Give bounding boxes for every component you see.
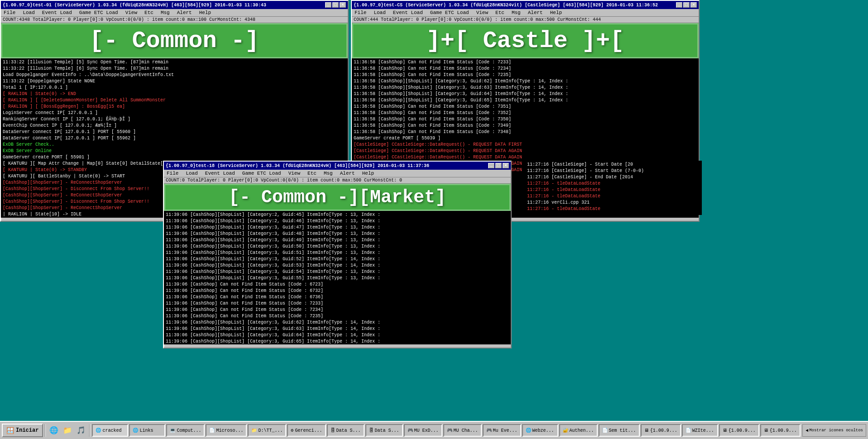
taskbar-btn-dtt[interactable]: 📁 D:\TT_... bbox=[248, 424, 286, 437]
close-btn-castle[interactable]: × bbox=[691, 2, 697, 8]
menu-item-help[interactable]: Help bbox=[360, 170, 376, 177]
taskbar-btn-datas1[interactable]: 🗄 Data S... bbox=[327, 424, 364, 437]
statusbar-common: COUNT:4348 TotalPlayer: 0 Player[0]:0 Vp… bbox=[1, 17, 348, 23]
menu-item-view[interactable]: View bbox=[287, 170, 302, 177]
log-line: 11:39:06 [CashShop][ShopList] [Category:… bbox=[166, 262, 509, 269]
taskbar-btn-links[interactable]: 🌐 Links bbox=[129, 424, 165, 437]
log-line: 11:33:22 [Illusion Temple] [5] Sync Open… bbox=[3, 59, 346, 66]
taskbar-btn-100b-icon: 🖥 bbox=[723, 428, 727, 433]
menu-item-view[interactable]: View bbox=[124, 10, 139, 16]
menu-item-file[interactable]: File bbox=[165, 170, 180, 177]
taskbar-btn-comput-icon: 💻 bbox=[170, 428, 175, 433]
log-line: [ RAKLION ] [ [DeleteSummonMonster] Dele… bbox=[3, 97, 346, 104]
log-line: 11:36:58 [CashShop] Can not Find Item St… bbox=[354, 110, 697, 116]
menubar-castle: FileLoadEvent LoadGame ETC LoadViewEtcMs… bbox=[352, 9, 699, 17]
log-line: DataServer connect IP[ 127.0.0.1 ] PORT … bbox=[3, 129, 346, 135]
log-line: 11:36:58 [CashShop][ShopList] [Category:… bbox=[354, 78, 697, 85]
log-line: 11:39:06 [CashShop] Can not Find Item St… bbox=[166, 307, 509, 313]
banner-market: [- Common -][Market] bbox=[164, 184, 511, 211]
menu-item-load[interactable]: Load bbox=[184, 170, 199, 177]
menu-item-file[interactable]: File bbox=[353, 10, 368, 16]
taskbar-btn-cracked[interactable]: 🌐 cracked bbox=[92, 424, 128, 437]
taskbar-btn-semtit[interactable]: 📄 Sem tit... bbox=[599, 424, 640, 437]
minimize-btn-castle[interactable]: _ bbox=[676, 2, 682, 8]
log-content-market: 11:39:06 [CashShop][ShopList] [Category:… bbox=[164, 211, 511, 344]
taskbar-btn-webze[interactable]: 🌐 Webze... bbox=[522, 424, 558, 437]
log-line: GameServer create PORT [ 55039 ] bbox=[354, 135, 697, 142]
taskbar-btn-mucha[interactable]: 🎮 MU Cha... bbox=[443, 424, 482, 437]
menu-item-help[interactable]: Help bbox=[197, 10, 213, 16]
menu-item-etc[interactable]: Etc bbox=[143, 10, 155, 16]
menu-item-alert[interactable]: Alert bbox=[526, 10, 545, 16]
log-line: [CastleSiege] CCastleSiege::DataRequest(… bbox=[354, 154, 697, 161]
menu-item-game etc load[interactable]: Game ETC Load bbox=[77, 10, 120, 16]
maximize-btn-market[interactable]: □ bbox=[495, 163, 502, 168]
menu-item-help[interactable]: Help bbox=[548, 10, 564, 16]
maximize-btn-castle[interactable]: □ bbox=[683, 2, 690, 8]
minimize-btn-common[interactable]: _ bbox=[325, 2, 331, 8]
statusbar-market: COUNT:0 TotalPlayer: 0 Player[0]:0 VpCou… bbox=[164, 177, 511, 184]
taskbar-btn-wzite-icon: 📄 bbox=[686, 428, 691, 433]
log-line: 11:39:06 [CashShop][ShopList] [Category:… bbox=[166, 256, 509, 262]
taskbar-btn-mueve[interactable]: 🎮 Mu Eve... bbox=[483, 424, 521, 437]
log-line: 11:39:06 [CashShop] Can not Find Item St… bbox=[166, 282, 509, 288]
tray-text: Mostrar icones ocultos bbox=[809, 428, 863, 433]
log-line: 11:27:16 [CastleSiege] - Start Date [20 bbox=[527, 162, 700, 168]
banner-castle: ]+[ Castle ]+[ bbox=[352, 23, 699, 58]
close-btn-market[interactable]: × bbox=[503, 163, 509, 168]
taskbar-icon-ie[interactable]: 🌐 bbox=[48, 424, 60, 437]
taskbar-btn-100b[interactable]: 🖥 {1.00.9... bbox=[719, 424, 759, 437]
taskbar-btn-datas2[interactable]: 🗄 Data S... bbox=[365, 424, 403, 437]
taskbar-btn-dtt-icon: 📁 bbox=[251, 428, 257, 433]
menu-item-alert[interactable]: Alert bbox=[338, 170, 357, 177]
start-button[interactable]: 🪟 Iniciar bbox=[2, 424, 43, 437]
taskbar-btn-wzite[interactable]: 📄 WZIte... bbox=[682, 424, 718, 437]
taskbar-icon-media[interactable]: 🎵 bbox=[75, 424, 87, 437]
menu-item-event load[interactable]: Event Load bbox=[40, 10, 74, 16]
menu-item-load[interactable]: Load bbox=[372, 10, 387, 16]
menu-item-game etc load[interactable]: Game ETC Load bbox=[240, 170, 283, 177]
taskbar-icon-folder[interactable]: 📁 bbox=[61, 424, 74, 437]
tray-expand-icon[interactable]: ◄ bbox=[806, 428, 808, 433]
maximize-btn-common[interactable]: □ bbox=[332, 2, 339, 8]
taskbar-btn-muexd[interactable]: 🎮 MU ExD... bbox=[404, 424, 442, 437]
taskbar-btn-gerenci-label: Gerenci... bbox=[295, 428, 322, 433]
taskbar-separator-2 bbox=[89, 424, 90, 437]
log-line: 11:27:16 [CastleSiege] - End Date [2014 bbox=[527, 174, 700, 181]
menu-item-event load[interactable]: Event Load bbox=[203, 170, 237, 177]
menu-item-game etc load[interactable]: Game ETC Load bbox=[428, 10, 471, 16]
log-line: 11:39:06 [CashShop][ShopList] [Category:… bbox=[166, 243, 509, 250]
taskbar-btn-authen[interactable]: 🔐 Authen... bbox=[559, 424, 598, 437]
taskbar-btn-comput[interactable]: 💻 Comput... bbox=[166, 424, 205, 437]
taskbar-btn-webze-icon: 🌐 bbox=[526, 428, 531, 433]
minimize-btn-market[interactable]: _ bbox=[488, 163, 494, 168]
menu-item-alert[interactable]: Alert bbox=[175, 10, 194, 16]
menu-item-etc[interactable]: Etc bbox=[494, 10, 506, 16]
log-line: 11:27:16 - tleDataLoadState bbox=[527, 193, 700, 200]
menu-item-etc[interactable]: Etc bbox=[306, 170, 318, 177]
log-line: 11:27:16 [CastleSiege] - Start Date (7-0… bbox=[527, 168, 700, 174]
taskbar-btn-cracked-label: cracked bbox=[102, 428, 121, 433]
taskbar-btn-ms[interactable]: 📄 Microso... bbox=[206, 424, 247, 437]
taskbar-btn-100b-label: {1.00.9... bbox=[729, 428, 756, 433]
menu-item-load[interactable]: Load bbox=[21, 10, 36, 16]
menu-item-file[interactable]: File bbox=[2, 10, 17, 16]
titlebar-buttons-common: _ □ × bbox=[325, 2, 346, 8]
close-btn-common[interactable]: × bbox=[340, 2, 346, 8]
log-line: 11:36:58 [CashShop] Can not Find Item St… bbox=[354, 66, 697, 72]
menu-item-msg[interactable]: Msg bbox=[322, 170, 335, 177]
log-line: DataServer connect IP[ 127.0.0.1 ] PORT … bbox=[3, 135, 346, 142]
menu-item-view[interactable]: View bbox=[475, 10, 490, 16]
menu-item-event load[interactable]: Event Load bbox=[391, 10, 425, 16]
menu-item-msg[interactable]: Msg bbox=[159, 10, 172, 16]
log-line: 11:36:58 [CashShop] Can not Find Item St… bbox=[354, 129, 697, 135]
taskbar-btn-datas1-icon: 🗄 bbox=[331, 428, 335, 433]
log-line: 11:36:58 [CashShop] Can not Find Item St… bbox=[354, 123, 697, 129]
menu-item-msg[interactable]: Msg bbox=[510, 10, 523, 16]
taskbar-btn-100a[interactable]: 🖥 {1.00.9... bbox=[641, 424, 681, 437]
taskbar-btn-100c[interactable]: 🖥 {1.00.9... bbox=[760, 424, 801, 437]
log-line: 11:36:58 [CashShop][ShopList] [Category:… bbox=[354, 85, 697, 91]
log-line: ExDB Server Check.. bbox=[3, 142, 346, 148]
taskbar-btn-gerenci[interactable]: ⚙ Gerenci... bbox=[287, 424, 326, 437]
system-tray[interactable]: ◄ Mostrar icones ocultos bbox=[802, 424, 866, 437]
